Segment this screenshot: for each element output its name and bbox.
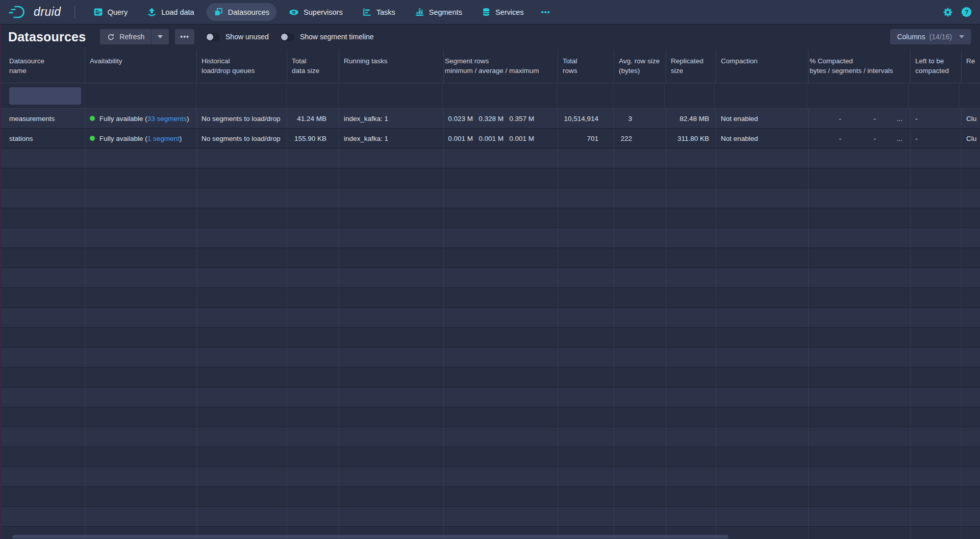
col-header-replicated-size[interactable]: Replicatedsize <box>666 50 716 83</box>
show-segment-timeline-toggle[interactable]: Show segment timeline <box>280 33 374 41</box>
empty-cell <box>85 188 197 208</box>
table-row-empty <box>0 149 980 168</box>
empty-cell <box>911 467 962 486</box>
empty-cell <box>287 288 339 307</box>
druid-logo-icon <box>8 5 30 20</box>
col-header-availability[interactable]: Availability <box>85 50 197 83</box>
nav-item-services[interactable]: Services <box>474 3 531 21</box>
nav-item-segments[interactable]: Segments <box>408 3 469 21</box>
nav-item-load-data[interactable]: Load data <box>140 3 202 21</box>
empty-cell <box>614 208 666 228</box>
empty-cell <box>558 407 614 427</box>
empty-cell <box>558 387 614 407</box>
empty-cell <box>0 188 85 208</box>
filter-cell <box>287 83 339 108</box>
empty-cell <box>911 447 962 467</box>
col-header-historical-queues[interactable]: Historicalload/drop queues <box>197 50 287 83</box>
empty-cell <box>666 188 716 208</box>
total-data-size-cell: 155.90 KB <box>287 129 339 148</box>
toggle-knob <box>207 34 213 40</box>
empty-cell <box>0 228 85 248</box>
horizontal-scrollbar[interactable] <box>12 535 728 538</box>
settings-gear-icon[interactable] <box>943 7 953 17</box>
filter-cell <box>0 83 85 108</box>
col-header-retention[interactable]: Re <box>962 50 980 83</box>
table-row-empty <box>0 188 980 208</box>
table-row-empty <box>0 387 980 407</box>
table-row-empty <box>0 507 980 527</box>
empty-cell <box>339 427 444 447</box>
refresh-button[interactable]: Refresh <box>100 29 151 44</box>
empty-cell <box>809 487 911 506</box>
col-header-total-data-size[interactable]: Totaldata size <box>287 50 339 83</box>
nav-item-supervisors[interactable]: Supervisors <box>282 3 350 21</box>
col-header-running-tasks[interactable]: Running tasks <box>339 50 444 83</box>
empty-cell <box>287 328 339 347</box>
table-row-empty <box>0 348 980 368</box>
empty-cell <box>558 248 614 267</box>
table-row-empty <box>0 288 980 308</box>
empty-cell <box>809 447 911 467</box>
empty-cell <box>339 228 444 248</box>
nav-more-button[interactable]: ••• <box>536 4 556 20</box>
empty-cell <box>0 268 85 287</box>
empty-cell <box>339 268 444 287</box>
empty-cell <box>0 208 85 228</box>
empty-cell <box>339 487 444 506</box>
pct-compacted-cell: - - ... <box>809 109 911 128</box>
empty-cell <box>716 188 809 208</box>
header-more-button[interactable]: ••• <box>175 29 194 44</box>
empty-cell <box>666 248 716 267</box>
services-database-icon <box>482 7 491 17</box>
empty-cell <box>962 387 980 407</box>
empty-cell <box>287 149 339 168</box>
col-header-compaction[interactable]: Compaction <box>716 50 809 83</box>
druid-logo[interactable]: druid <box>8 5 61 20</box>
segments-link[interactable]: 33 segments <box>147 115 187 122</box>
empty-cell <box>614 168 666 188</box>
table-row-empty <box>0 487 980 507</box>
col-header-left-to-be-compacted[interactable]: Left to becompacted <box>911 50 962 83</box>
empty-cell <box>197 248 287 267</box>
col-header-total-rows[interactable]: Totalrows <box>558 50 614 83</box>
refresh-dropdown-button[interactable] <box>151 29 169 44</box>
empty-cell <box>666 368 716 387</box>
col-header-pct-compacted[interactable]: % Compactedbytes / segments / intervals <box>809 50 911 83</box>
empty-cell <box>444 308 558 327</box>
col-header-datasource-name[interactable]: Datasourcename <box>0 50 85 83</box>
table-filter-row <box>0 83 980 109</box>
empty-cell <box>444 467 558 486</box>
segments-link[interactable]: 1 segment <box>147 135 180 142</box>
empty-cell <box>911 248 962 267</box>
show-unused-toggle[interactable]: Show unused <box>206 33 269 41</box>
empty-cell <box>444 427 558 447</box>
nav-item-datasources[interactable]: Datasources <box>207 3 277 21</box>
running-tasks-cell: index_kafka: 1 <box>339 109 444 128</box>
top-nav: druid Query Load data Datasources Superv <box>0 0 980 24</box>
avg-row-size-cell: 222 <box>614 129 666 148</box>
nav-item-tasks[interactable]: Tasks <box>355 3 403 21</box>
empty-cell <box>85 348 197 367</box>
svg-text:?: ? <box>965 9 969 16</box>
datasource-filter-input[interactable] <box>9 87 81 105</box>
load-data-icon <box>147 7 157 17</box>
empty-cell <box>716 407 809 427</box>
empty-cell <box>339 387 444 407</box>
datasource-name-cell: stations <box>0 129 85 148</box>
compaction-cell: Not enabled <box>716 109 809 128</box>
status-dot-green <box>90 136 95 141</box>
col-header-avg-row-size[interactable]: Avg. row size(bytes) <box>614 50 666 83</box>
nav-item-label: Load data <box>161 8 194 16</box>
nav-item-query[interactable]: Query <box>86 3 135 21</box>
filter-cell <box>909 83 960 108</box>
empty-cell <box>666 467 716 486</box>
empty-cell <box>666 507 716 526</box>
empty-cell <box>197 328 287 347</box>
col-header-segment-rows[interactable]: Segment rowsminimum / average / maximum <box>444 50 558 83</box>
nav-right: ? <box>943 7 972 17</box>
columns-button[interactable]: Columns (14/16) <box>890 29 971 44</box>
help-icon[interactable]: ? <box>961 7 972 17</box>
empty-cell <box>962 348 980 367</box>
empty-cell <box>666 308 716 327</box>
nav-divider <box>74 6 75 18</box>
